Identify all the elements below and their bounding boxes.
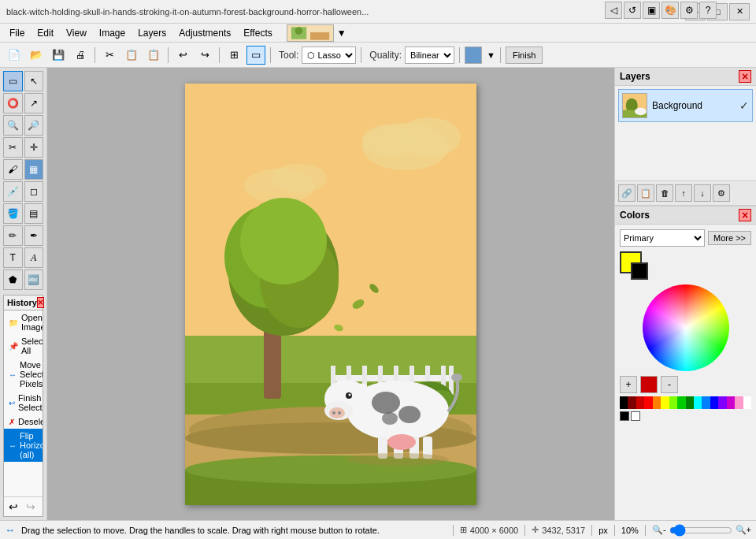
nav-refresh-icon[interactable]: ↺	[624, 2, 641, 19]
white-swatch[interactable]	[631, 411, 640, 421]
settings-icon[interactable]: ⚙	[680, 2, 698, 19]
black-swatch[interactable]	[620, 411, 629, 421]
history-finish-selection[interactable]: ↩ Finish Selection	[4, 391, 43, 414]
more-colors-btn[interactable]: More >>	[708, 231, 751, 245]
pattern-tool[interactable]: ▦	[24, 159, 44, 180]
colors-close-btn[interactable]: ×	[739, 209, 751, 221]
palette-color-00ffff[interactable]	[694, 396, 702, 409]
undo-history-btn[interactable]: ↩	[6, 500, 20, 514]
layer-copy-btn[interactable]: 📋	[637, 184, 654, 202]
redo-history-btn[interactable]: ↪	[24, 500, 38, 514]
layer-link-btn[interactable]: 🔗	[618, 184, 636, 202]
palette-color-ff99cc[interactable]	[735, 396, 743, 409]
color-dropdown[interactable]: ▼	[487, 50, 495, 60]
menu-effects[interactable]: Effects	[237, 26, 278, 40]
primary-dropdown[interactable]: Primary	[620, 229, 705, 247]
history-flip-horizontal[interactable]: ↔ Flip Horizontal (all)	[4, 429, 43, 462]
crop-tool[interactable]: ✂	[3, 137, 23, 158]
close-button[interactable]: ✕	[729, 3, 750, 20]
warp-tool[interactable]: 🔤	[24, 270, 44, 290]
eraser-tool[interactable]: ◻	[24, 181, 44, 202]
select-arrow-tool[interactable]: ↖	[24, 71, 44, 91]
palette-color-7f00ff[interactable]	[718, 396, 726, 409]
new-btn[interactable]: 📄	[5, 46, 24, 65]
palette-color-007f00[interactable]	[686, 396, 694, 409]
zoom-in-status-btn[interactable]: 🔍+	[736, 525, 751, 535]
palette-color-0000ff[interactable]	[710, 396, 718, 409]
eyedropper-tool[interactable]: 💉	[3, 181, 23, 202]
lasso-tool[interactable]: ⭕	[3, 93, 23, 113]
layer-down-btn[interactable]: ↓	[694, 184, 711, 202]
color-picker-btn[interactable]	[465, 46, 482, 64]
gradient-tool[interactable]: ▤	[24, 203, 44, 224]
background-color-swatch[interactable]	[631, 262, 648, 280]
menu-adjustments[interactable]: Adjustments	[172, 26, 237, 40]
nav-color-icon[interactable]: 🎨	[662, 2, 679, 19]
remove-color-btn[interactable]: -	[661, 376, 678, 393]
palette-color-cc0000[interactable]	[636, 396, 644, 409]
layer-up-btn[interactable]: ↑	[675, 184, 692, 202]
paste-btn[interactable]: 📋	[144, 46, 163, 65]
main-canvas[interactable]	[185, 84, 476, 505]
nav-window-icon[interactable]: ▣	[643, 2, 660, 19]
zoom-out-status-btn[interactable]: 🔍-	[652, 525, 666, 535]
grid-btn[interactable]: ⊞	[224, 46, 243, 65]
pen-tool[interactable]: ✒	[24, 225, 44, 246]
nav-back-icon[interactable]: ◁	[605, 2, 622, 19]
quality-select[interactable]: Bilinear	[405, 46, 454, 64]
palette-color-ff0000[interactable]	[644, 396, 652, 409]
palette-color-7fff00[interactable]	[669, 396, 677, 409]
palette-color-7f0000[interactable]	[628, 396, 636, 409]
brush-tool[interactable]: 🖌	[3, 159, 23, 180]
red-color-btn[interactable]	[640, 376, 658, 393]
print-btn[interactable]: 🖨	[71, 46, 90, 65]
palette-color-cc00cc[interactable]	[727, 396, 735, 409]
zoom-in-tool[interactable]: 🔍	[3, 115, 23, 136]
cut-btn[interactable]: ✂	[100, 46, 119, 65]
palette-color-ffff00[interactable]	[661, 396, 669, 409]
menu-edit[interactable]: Edit	[31, 26, 60, 40]
undo-btn[interactable]: ↩	[173, 46, 192, 65]
redo-btn[interactable]: ↪	[195, 46, 214, 65]
palette-color-00cc00[interactable]	[677, 396, 685, 409]
fill-tool[interactable]: 🪣	[3, 203, 23, 224]
save-btn[interactable]: 💾	[49, 46, 68, 65]
add-color-btn[interactable]: +	[620, 376, 637, 393]
color-wheel[interactable]	[643, 284, 729, 371]
menu-file[interactable]: File	[3, 26, 31, 40]
layer-delete-btn[interactable]: 🗑	[656, 184, 673, 202]
zoom-out-tool[interactable]: 🔎	[24, 115, 44, 136]
tool-select[interactable]: ⬡ Lasso	[302, 46, 356, 64]
layer-background[interactable]: Background ✓	[618, 89, 753, 122]
palette-color-ff7f00[interactable]	[653, 396, 661, 409]
menu-layers[interactable]: Layers	[132, 26, 172, 40]
palette-color-007fff[interactable]	[702, 396, 710, 409]
zoom-slider[interactable]	[669, 524, 732, 537]
layer-settings-btn[interactable]: ⚙	[713, 184, 730, 202]
history-select-all[interactable]: 📌 Select All	[4, 334, 43, 358]
select-rect-tool[interactable]: ▭	[3, 71, 23, 91]
menu-view[interactable]: View	[60, 26, 93, 40]
help-icon[interactable]: ?	[699, 2, 717, 19]
canvas-area[interactable]	[47, 68, 614, 520]
pencil-tool[interactable]: ✏	[3, 225, 23, 246]
text-tool[interactable]: T	[3, 247, 23, 268]
layer-visibility-icon[interactable]: ✓	[739, 99, 749, 112]
finish-button[interactable]: Finish	[506, 46, 543, 64]
magic-select-tool[interactable]: ↗	[24, 93, 44, 113]
copy-btn[interactable]: 📋	[122, 46, 141, 65]
palette-color-ffffff[interactable]	[743, 396, 751, 409]
history-close-btn[interactable]: ×	[37, 297, 44, 308]
text-style-tool[interactable]: A	[24, 247, 44, 268]
history-move-pixels[interactable]: ↔ Move Selected Pixels	[4, 358, 43, 391]
select-btn[interactable]: ▭	[246, 46, 265, 65]
history-deselect[interactable]: ✗ Deselect	[4, 414, 43, 429]
move-tool[interactable]: ✛	[24, 137, 44, 158]
palette-color-000000[interactable]	[620, 396, 628, 409]
layers-close-btn[interactable]: ×	[739, 70, 751, 83]
tab-dropdown[interactable]: ▼	[334, 26, 350, 40]
menu-image[interactable]: Image	[93, 26, 132, 40]
image-tab[interactable]	[287, 24, 334, 42]
history-open-image[interactable]: 📁 Open Image	[4, 310, 43, 334]
open-btn[interactable]: 📂	[27, 46, 46, 65]
